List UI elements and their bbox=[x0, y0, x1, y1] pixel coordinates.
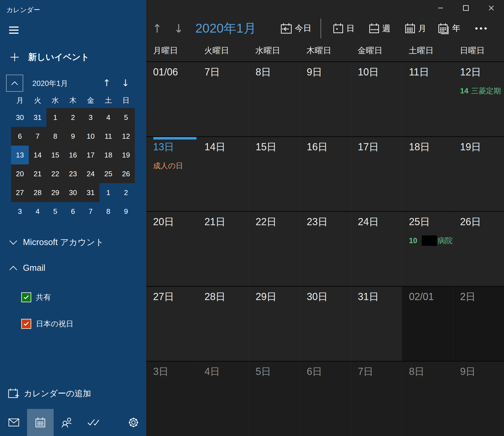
day-cell[interactable]: 26日 bbox=[453, 212, 504, 286]
mini-day[interactable]: 7 bbox=[29, 127, 46, 146]
next-month-button[interactable]: ↓ bbox=[174, 22, 183, 35]
day-cell[interactable]: 30日 bbox=[300, 287, 351, 361]
mini-day[interactable]: 5 bbox=[117, 108, 135, 127]
account-gmail[interactable]: Gmail bbox=[0, 263, 45, 273]
mini-day[interactable]: 31 bbox=[29, 108, 46, 127]
day-cell[interactable]: 12日14三菱定期 bbox=[453, 62, 504, 136]
day-cell[interactable]: 10日 bbox=[351, 62, 402, 136]
calendar-checkbox-row[interactable]: 共有 bbox=[21, 292, 51, 302]
mini-day[interactable]: 3 bbox=[82, 108, 99, 127]
mini-day[interactable]: 30 bbox=[64, 183, 82, 202]
mini-day-selected[interactable]: 13 bbox=[11, 146, 29, 164]
mini-day[interactable]: 1 bbox=[46, 108, 64, 127]
mini-calendar-next-button[interactable]: ↓ bbox=[118, 76, 133, 90]
previous-month-button[interactable]: ↑ bbox=[152, 22, 162, 35]
mini-day[interactable]: 6 bbox=[64, 202, 82, 221]
mini-day[interactable]: 20 bbox=[11, 164, 29, 183]
mini-day[interactable]: 14 bbox=[29, 146, 46, 164]
people-nav-button[interactable] bbox=[54, 409, 80, 436]
calendar-nav-button[interactable] bbox=[27, 409, 54, 436]
view-week-button[interactable]: 週 bbox=[369, 23, 390, 34]
day-cell[interactable]: 31日 bbox=[351, 287, 402, 361]
day-cell[interactable]: 3日 bbox=[146, 362, 197, 436]
mini-day[interactable]: 10 bbox=[82, 127, 99, 146]
day-cell[interactable]: 7日 bbox=[197, 62, 248, 136]
today-button[interactable]: 今日 bbox=[280, 23, 311, 34]
day-cell[interactable]: 11日 bbox=[402, 62, 453, 136]
day-cell-selected[interactable]: 13日成人の日 bbox=[146, 137, 197, 211]
mini-day[interactable]: 31 bbox=[82, 183, 99, 202]
day-cell[interactable]: 14日 bbox=[197, 137, 248, 211]
day-cell[interactable]: 2日 bbox=[453, 287, 504, 361]
day-cell[interactable]: 4日 bbox=[197, 362, 248, 436]
day-cell[interactable]: 23日 bbox=[300, 212, 351, 286]
day-cell[interactable]: 18日 bbox=[402, 137, 453, 211]
mini-day[interactable]: 8 bbox=[99, 202, 117, 221]
mini-calendar-title[interactable]: 2020年1月 bbox=[32, 78, 68, 88]
view-month-button[interactable]: 月 bbox=[405, 23, 426, 34]
mini-day[interactable]: 19 bbox=[117, 146, 135, 164]
tasks-nav-button[interactable] bbox=[80, 409, 107, 436]
mini-day[interactable]: 4 bbox=[99, 108, 117, 127]
mini-day[interactable]: 1 bbox=[99, 183, 117, 202]
mini-day[interactable]: 30 bbox=[11, 108, 29, 127]
mini-calendar-collapse-button[interactable] bbox=[6, 75, 23, 92]
new-event-button[interactable]: 新しいイベント bbox=[10, 51, 89, 63]
calendar-event[interactable]: 10病院 bbox=[402, 235, 453, 246]
mini-day[interactable]: 5 bbox=[46, 202, 64, 221]
checkbox-checked[interactable] bbox=[21, 319, 31, 329]
mini-day[interactable]: 6 bbox=[11, 127, 29, 146]
calendar-event[interactable]: 14三菱定期 bbox=[453, 85, 504, 96]
mini-day[interactable]: 15 bbox=[46, 146, 64, 164]
view-day-button[interactable]: 日 bbox=[333, 23, 355, 34]
mini-day[interactable]: 3 bbox=[11, 202, 29, 221]
day-cell[interactable]: 22日 bbox=[248, 212, 300, 286]
mini-day[interactable]: 9 bbox=[64, 127, 82, 146]
mini-day[interactable]: 4 bbox=[29, 202, 46, 221]
day-cell[interactable]: 9日 bbox=[453, 362, 504, 436]
day-cell[interactable]: 27日 bbox=[146, 287, 197, 361]
checkbox-checked[interactable] bbox=[21, 292, 31, 302]
calendar-checkbox-row[interactable]: 日本の祝日 bbox=[21, 319, 74, 329]
mail-nav-button[interactable] bbox=[1, 409, 27, 436]
day-cell[interactable]: 16日 bbox=[300, 137, 351, 211]
day-cell[interactable]: 29日 bbox=[248, 287, 300, 361]
day-cell[interactable]: 8日 bbox=[248, 62, 300, 136]
mini-day[interactable]: 18 bbox=[99, 146, 117, 164]
day-cell[interactable]: 8日 bbox=[402, 362, 453, 436]
view-year-button[interactable]: 年 bbox=[438, 23, 460, 34]
mini-day[interactable]: 11 bbox=[99, 127, 117, 146]
day-cell[interactable]: 20日 bbox=[146, 212, 197, 286]
day-cell[interactable]: 02/01 bbox=[402, 287, 453, 361]
hamburger-menu-button[interactable] bbox=[8, 26, 19, 36]
day-cell[interactable]: 25日10病院 bbox=[402, 212, 453, 286]
mini-day[interactable]: 28 bbox=[29, 183, 46, 202]
mini-day[interactable]: 7 bbox=[82, 202, 99, 221]
mini-day[interactable]: 22 bbox=[46, 164, 64, 183]
day-cell[interactable]: 21日 bbox=[197, 212, 248, 286]
mini-day[interactable]: 29 bbox=[46, 183, 64, 202]
settings-nav-button[interactable] bbox=[120, 409, 146, 436]
mini-day[interactable]: 8 bbox=[46, 127, 64, 146]
maximize-button[interactable] bbox=[453, 0, 479, 16]
day-cell[interactable]: 19日 bbox=[453, 137, 504, 211]
mini-day[interactable]: 9 bbox=[117, 202, 135, 221]
mini-day[interactable]: 12 bbox=[117, 127, 135, 146]
day-cell[interactable]: 01/06 bbox=[146, 62, 197, 136]
more-options-button[interactable]: ••• bbox=[475, 24, 489, 33]
calendar-event[interactable]: 成人の日 bbox=[146, 160, 197, 171]
mini-day[interactable]: 27 bbox=[11, 183, 29, 202]
day-cell[interactable]: 7日 bbox=[351, 362, 402, 436]
day-cell[interactable]: 17日 bbox=[351, 137, 402, 211]
mini-day[interactable]: 2 bbox=[117, 183, 135, 202]
mini-day[interactable]: 25 bbox=[99, 164, 117, 183]
day-cell[interactable]: 24日 bbox=[351, 212, 402, 286]
close-button[interactable] bbox=[479, 0, 504, 16]
mini-day[interactable]: 2 bbox=[64, 108, 82, 127]
mini-day[interactable]: 26 bbox=[117, 164, 135, 183]
add-calendar-button[interactable]: カレンダーの追加 bbox=[8, 388, 91, 399]
day-cell[interactable]: 9日 bbox=[300, 62, 351, 136]
mini-day[interactable]: 23 bbox=[64, 164, 82, 183]
mini-calendar-prev-button[interactable]: ↑ bbox=[99, 76, 114, 90]
day-cell[interactable]: 28日 bbox=[197, 287, 248, 361]
